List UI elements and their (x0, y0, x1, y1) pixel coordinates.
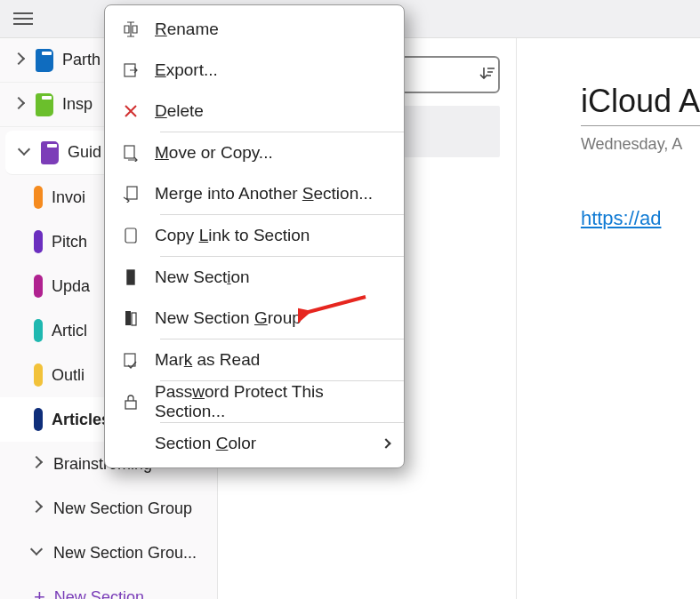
svg-rect-2 (127, 187, 137, 199)
cm-delete[interactable]: Delete (105, 91, 404, 132)
chevron-right-icon (14, 99, 27, 111)
section-label: Pitch (52, 233, 87, 252)
hamburger-menu-icon[interactable] (13, 12, 33, 25)
cm-label: Merge into Another Section... (155, 184, 373, 204)
cm-label: Password Protect This Section... (155, 382, 388, 421)
cm-copy-link[interactable]: Copy Link to Section (105, 215, 404, 256)
notebook-icon (36, 93, 53, 116)
chevron-right-icon (32, 502, 44, 515)
cm-merge-section[interactable]: Merge into Another Section... (105, 173, 404, 214)
chevron-down-icon (32, 547, 44, 559)
svg-rect-6 (132, 313, 136, 325)
cm-label: New Section Group (155, 308, 302, 328)
cm-label: Rename (155, 20, 219, 39)
section-tab-icon (34, 275, 43, 298)
cm-label: Export... (155, 60, 218, 80)
cm-export[interactable]: Export... (105, 50, 404, 91)
new-section-label: New Section (54, 588, 144, 600)
section-label: Articles (52, 411, 110, 429)
cm-label: Move or Copy... (155, 143, 273, 163)
section-group-new-2[interactable]: New Section Grou... (0, 531, 217, 575)
merge-icon (121, 184, 141, 204)
rename-icon (121, 20, 141, 39)
context-menu: Rename Export... Delete Move or Copy... … (104, 4, 405, 468)
section-tab-icon (34, 186, 43, 209)
cm-label: Copy Link to Section (155, 226, 310, 245)
lock-icon (121, 392, 141, 411)
page-title[interactable]: iCloud A (581, 83, 700, 126)
notebook-icon (41, 141, 59, 164)
svg-rect-3 (125, 228, 136, 243)
cm-label: New Section (155, 268, 250, 287)
cm-mark-as-read[interactable]: Mark as Read (105, 339, 404, 380)
notebook-label: Insp (62, 95, 93, 114)
blank-icon (121, 434, 141, 453)
svg-rect-1 (125, 146, 134, 158)
sort-icon[interactable] (479, 65, 496, 88)
section-label: Articl (52, 322, 87, 340)
svg-rect-8 (125, 401, 136, 409)
svg-rect-4 (127, 270, 134, 284)
notebook-label: Guid (68, 143, 101, 162)
section-label: Outli (52, 366, 84, 385)
cm-label: Section Color (155, 434, 256, 453)
section-group-icon (121, 308, 141, 328)
section-icon (121, 268, 141, 287)
chevron-down-icon (20, 147, 32, 159)
section-label: New Section Grou... (53, 544, 197, 563)
plus-icon: + (34, 586, 45, 599)
chevron-right-icon (14, 54, 27, 67)
section-tab-icon (34, 363, 43, 387)
cm-label: Delete (155, 101, 204, 121)
section-tab-icon (34, 230, 43, 253)
section-group-new[interactable]: New Section Group (0, 486, 217, 531)
content-panel: iCloud A Wednesday, A https://ad (516, 38, 700, 599)
move-icon (121, 143, 141, 163)
delete-icon (121, 101, 141, 121)
export-icon (121, 60, 141, 80)
section-label: Invoi (52, 188, 85, 207)
read-icon (121, 350, 141, 370)
cm-rename[interactable]: Rename (105, 9, 404, 50)
section-tab-icon (34, 319, 43, 342)
link-icon (121, 226, 141, 245)
new-section-button[interactable]: + New Section (0, 575, 217, 599)
page-date: Wednesday, A (581, 135, 700, 154)
section-label: Upda (52, 277, 90, 296)
notebook-icon (36, 49, 53, 72)
cm-section-color[interactable]: Section Color (105, 423, 404, 464)
cm-new-section[interactable]: New Section (105, 257, 404, 298)
section-label: New Section Group (53, 499, 192, 518)
svg-rect-5 (125, 311, 131, 325)
content-link[interactable]: https://ad (581, 207, 662, 230)
cm-new-section-group[interactable]: New Section Group (105, 298, 404, 339)
cm-label: Mark as Read (155, 350, 260, 370)
chevron-right-icon (32, 458, 44, 470)
section-tab-icon (34, 408, 43, 431)
chevron-right-icon (381, 438, 390, 448)
notebook-label: Parth (62, 51, 101, 69)
cm-password-protect[interactable]: Password Protect This Section... (105, 381, 404, 422)
cm-move-or-copy[interactable]: Move or Copy... (105, 132, 404, 173)
